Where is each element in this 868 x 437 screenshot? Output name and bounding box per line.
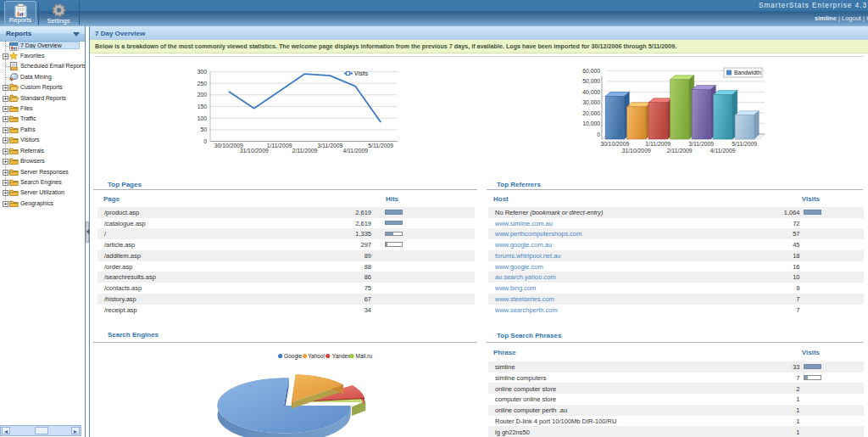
svg-text:2/11/2009: 2/11/2009	[292, 148, 318, 154]
svg-text:30/10/2009: 30/10/2009	[600, 141, 629, 147]
svg-text:0: 0	[203, 138, 207, 144]
svg-text:100: 100	[198, 115, 208, 121]
svg-text:31/10/2009: 31/10/2009	[622, 148, 651, 154]
svg-text:2/11/2009: 2/11/2009	[667, 148, 693, 154]
svg-text:50,000: 50,000	[582, 78, 600, 84]
svg-text:150: 150	[198, 104, 208, 109]
svg-text:4/11/2009: 4/11/2009	[342, 148, 368, 154]
svg-text:10,000: 10,000	[582, 120, 600, 126]
svg-text:3/11/2009: 3/11/2009	[688, 141, 714, 147]
svg-text:31/10/2009: 31/10/2009	[240, 148, 269, 154]
svg-text:0: 0	[597, 132, 600, 137]
svg-text:3/11/2009: 3/11/2009	[318, 143, 343, 148]
svg-text:Bandwidth: Bandwidth	[734, 70, 761, 76]
svg-text:Yandex: Yandex	[332, 353, 351, 359]
svg-text:60,000: 60,000	[582, 68, 600, 74]
svg-text:200: 200	[198, 92, 208, 98]
svg-text:Google: Google	[284, 353, 302, 360]
svg-text:Visits: Visits	[354, 70, 369, 76]
svg-text:30,000: 30,000	[582, 99, 600, 105]
svg-text:40,000: 40,000	[582, 89, 600, 95]
svg-text:5/11/2009: 5/11/2009	[368, 143, 393, 148]
svg-text:250: 250	[198, 81, 208, 87]
svg-text:4/11/2009: 4/11/2009	[710, 148, 736, 154]
svg-text:Yahoo!: Yahoo!	[308, 353, 325, 359]
svg-text:50: 50	[200, 126, 207, 132]
svg-text:300: 300	[198, 69, 208, 75]
svg-text:1/11/2009: 1/11/2009	[267, 143, 292, 148]
svg-text:5/11/2009: 5/11/2009	[732, 141, 757, 147]
svg-text:1/11/2009: 1/11/2009	[645, 141, 670, 147]
svg-text:Mail.ru: Mail.ru	[356, 353, 373, 359]
svg-text:20,000: 20,000	[582, 110, 600, 116]
